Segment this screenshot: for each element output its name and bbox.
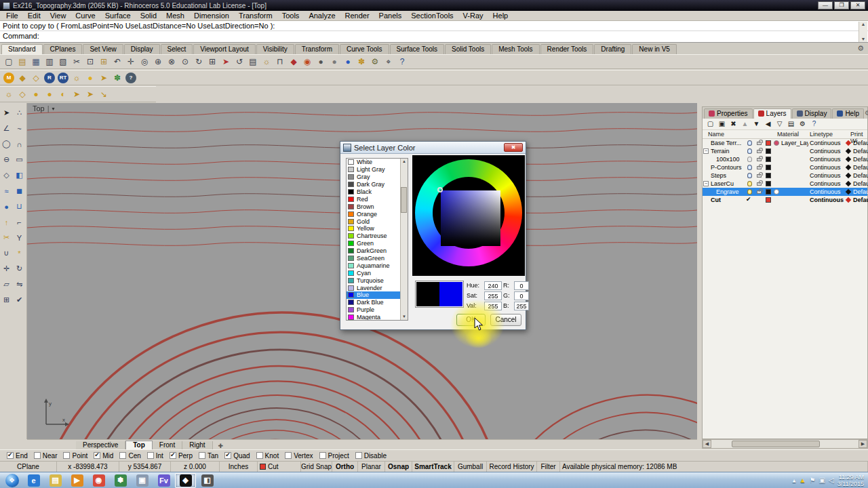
layer-color-swatch[interactable] bbox=[766, 197, 771, 203]
layer-linetype[interactable]: Continuous bbox=[810, 164, 841, 171]
fv-viewer-icon[interactable]: Fv bbox=[153, 473, 174, 488]
chrome-icon[interactable]: ◉ bbox=[88, 473, 109, 488]
viewport-tab-right[interactable]: Right bbox=[182, 441, 212, 449]
osnap-checkbox-cen[interactable] bbox=[119, 452, 126, 459]
field-value-r[interactable]: 0 bbox=[514, 281, 529, 290]
osnap-int[interactable]: Int bbox=[147, 452, 163, 460]
layer-color-swatch[interactable] bbox=[766, 148, 771, 154]
status-smarttrack[interactable]: SmartTrack bbox=[412, 462, 454, 472]
snipping-tool-icon[interactable]: ▣ bbox=[132, 473, 153, 488]
trim-icon[interactable]: ✂ bbox=[1, 232, 13, 243]
layer-print-width[interactable]: Default bbox=[853, 156, 868, 163]
color-item-dark-blue[interactable]: Dark Blue bbox=[347, 299, 408, 306]
panel-tab-layers[interactable]: Layers bbox=[753, 108, 791, 119]
scroll-left-icon[interactable]: ◀ bbox=[703, 440, 711, 448]
restore-button[interactable]: ❐ bbox=[834, 1, 849, 9]
layer-row-terrain[interactable]: −TerrainContinuousDefault bbox=[703, 147, 867, 155]
color-item-yellow[interactable]: Yellow bbox=[347, 225, 408, 232]
menu-solid[interactable]: Solid bbox=[136, 12, 161, 20]
menu-edit[interactable]: Edit bbox=[23, 12, 45, 20]
sphere-icon[interactable]: ● bbox=[1, 201, 13, 212]
color-item-gold[interactable]: Gold bbox=[347, 218, 408, 225]
osnap-end[interactable]: End bbox=[7, 452, 28, 460]
layer-visibility-bulb-icon[interactable] bbox=[747, 173, 752, 178]
close-button[interactable]: ✕ bbox=[850, 1, 865, 9]
network-icon[interactable]: ▣ bbox=[818, 476, 825, 484]
osnap-checkbox-perp[interactable] bbox=[170, 452, 176, 459]
menu-analyze[interactable]: Analyze bbox=[304, 12, 340, 20]
menu-sectiontools[interactable]: SectionTools bbox=[406, 12, 458, 20]
layer-visibility-bulb-icon[interactable] bbox=[747, 165, 752, 170]
named-views-icon[interactable]: ▤ bbox=[246, 56, 260, 68]
rhino-icon[interactable]: ✽ bbox=[110, 473, 131, 488]
points-icon[interactable]: ∴ bbox=[14, 107, 26, 119]
copy-icon[interactable]: ⊡ bbox=[83, 56, 97, 68]
layer-name[interactable]: P-Contours bbox=[711, 164, 742, 171]
color-list-scrollbar-thumb[interactable] bbox=[401, 187, 407, 213]
layer-linetype[interactable]: Continuous bbox=[810, 172, 841, 179]
viewport-tab-perspective[interactable]: Perspective bbox=[76, 441, 125, 449]
pan-view-icon[interactable]: ➤ bbox=[219, 56, 233, 68]
toolbar-tab-transform[interactable]: Transform bbox=[295, 44, 339, 54]
mirror-icon[interactable]: ⇋ bbox=[14, 279, 26, 290]
osnap-near[interactable]: Near bbox=[34, 452, 58, 460]
layer-name[interactable]: 100x100 bbox=[716, 156, 740, 163]
status-osnap[interactable]: Osnap bbox=[385, 462, 412, 472]
collapse-all-icon[interactable]: ◀ bbox=[762, 119, 774, 129]
recorder-icon[interactable]: ◆ bbox=[175, 473, 196, 488]
gold-ball-3-icon[interactable]: ◐ bbox=[56, 88, 70, 100]
gold-ball-2-icon[interactable]: ● bbox=[43, 88, 56, 100]
save-file-icon[interactable]: ▦ bbox=[29, 56, 43, 68]
osnap-checkbox-end[interactable] bbox=[7, 452, 14, 459]
new-file-icon[interactable]: ▢ bbox=[2, 56, 16, 68]
status-filter[interactable]: Filter bbox=[537, 462, 560, 472]
layer-lock-icon[interactable] bbox=[757, 166, 762, 169]
toolbar-tab-solid-tools[interactable]: Solid Tools bbox=[445, 44, 491, 54]
color-item-brown[interactable]: Brown bbox=[347, 203, 408, 210]
layer-visibility-bulb-icon[interactable] bbox=[747, 157, 752, 162]
internet-explorer-icon[interactable]: e bbox=[23, 473, 44, 488]
saturation-value-square[interactable] bbox=[441, 190, 500, 246]
earth-sphere-icon[interactable]: ● bbox=[341, 56, 355, 68]
status-grid-snap[interactable]: Grid Snap bbox=[301, 462, 332, 472]
viewport-tab-front[interactable]: Front bbox=[153, 441, 182, 449]
color-item-cyan[interactable]: Cyan bbox=[347, 269, 408, 277]
polygon-icon[interactable]: ◇ bbox=[1, 169, 13, 181]
color-item-dark-gray[interactable]: Dark Gray bbox=[347, 181, 408, 188]
menu-surface[interactable]: Surface bbox=[100, 12, 136, 20]
command-prompt[interactable]: Command: bbox=[0, 31, 868, 41]
surface-icon[interactable]: ◧ bbox=[14, 169, 26, 181]
layer-name[interactable]: Terrain bbox=[711, 148, 730, 155]
menu-view[interactable]: View bbox=[45, 12, 71, 20]
rectangle-icon[interactable]: ▭ bbox=[14, 154, 26, 165]
fillet-icon[interactable]: ⌐ bbox=[14, 216, 26, 228]
toolbar-tab-cplanes[interactable]: CPlanes bbox=[43, 44, 83, 54]
status-cplane[interactable]: CPlane bbox=[0, 462, 57, 472]
color-item-red[interactable]: Red bbox=[347, 195, 408, 203]
osnap-perp[interactable]: Perp bbox=[170, 452, 193, 460]
osnap-mid[interactable]: Mid bbox=[94, 452, 113, 460]
volume-icon[interactable]: ◁ bbox=[829, 476, 834, 484]
minimize-button[interactable]: — bbox=[818, 1, 833, 9]
layer-linetype[interactable]: Continuous bbox=[810, 197, 844, 203]
layer-lock-icon[interactable] bbox=[757, 190, 762, 194]
vray-render-icon[interactable]: R bbox=[44, 73, 55, 83]
color-item-magenta[interactable]: Magenta bbox=[347, 314, 408, 321]
cylinder-icon[interactable]: ⊔ bbox=[14, 201, 26, 212]
field-value-sat[interactable]: 255 bbox=[484, 291, 502, 300]
layer-linetype[interactable]: Continuous bbox=[810, 180, 841, 187]
pointer-icon[interactable]: ➤ bbox=[1, 107, 13, 119]
toolbar-tab-curve-tools[interactable]: Curve Tools bbox=[340, 44, 389, 54]
osnap-quad[interactable]: Quad bbox=[224, 452, 250, 460]
status-inches[interactable]: Inches bbox=[220, 462, 258, 472]
render-preview-icon[interactable]: ● bbox=[314, 56, 328, 68]
toolbar-tab-select[interactable]: Select bbox=[161, 44, 193, 54]
move-up-icon[interactable]: ▲ bbox=[739, 119, 751, 129]
layer-print-width[interactable]: Default bbox=[853, 188, 868, 195]
toolbar-tab-standard[interactable]: Standard bbox=[1, 44, 43, 54]
layer-linetype[interactable]: Continuous bbox=[810, 188, 841, 195]
help-icon[interactable]: ? bbox=[395, 56, 409, 68]
toolbar-tab-viewport-layout[interactable]: Viewport Layout bbox=[193, 44, 256, 54]
layer-lock-icon[interactable] bbox=[757, 158, 762, 161]
layer-print-width[interactable]: Default bbox=[853, 140, 868, 146]
